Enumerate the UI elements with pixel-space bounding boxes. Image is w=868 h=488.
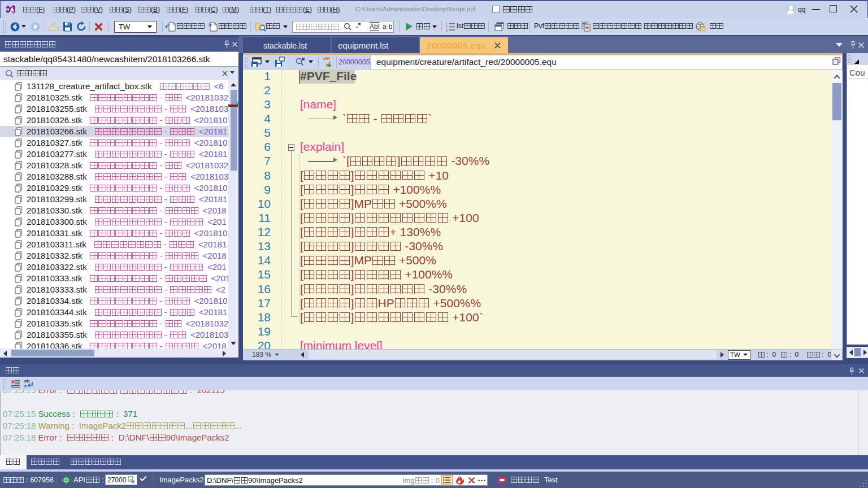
svg-text:B: B (10, 8, 14, 14)
svg-text:c: c (24, 384, 27, 389)
svg-text:ab: ab (24, 378, 29, 384)
svg-text:3: 3 (446, 29, 448, 32)
